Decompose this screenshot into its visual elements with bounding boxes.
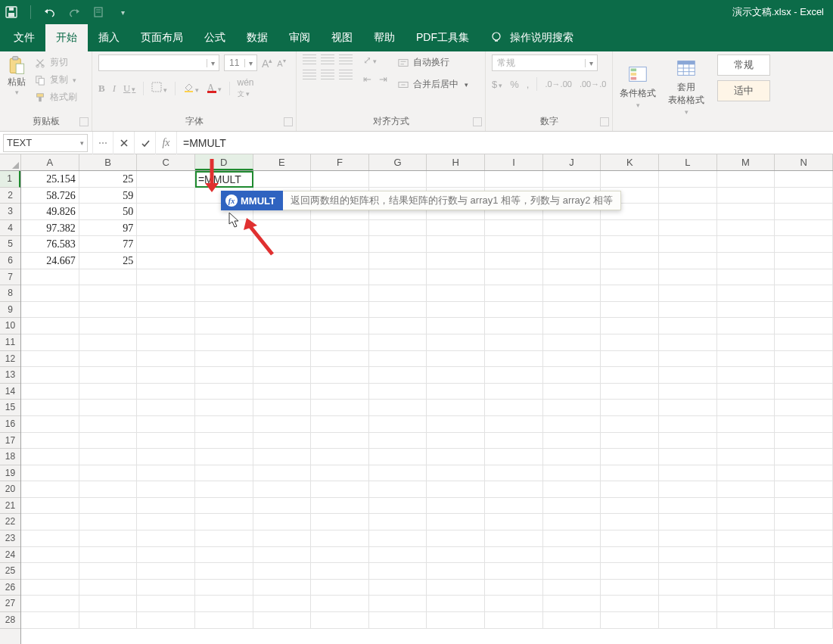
cell[interactable] <box>311 612 369 629</box>
row-header[interactable]: 23 <box>0 530 20 547</box>
cell[interactable] <box>659 433 717 450</box>
name-box[interactable]: TEXT▾ <box>3 134 88 152</box>
cell[interactable] <box>427 220 485 237</box>
cell[interactable] <box>311 416 369 433</box>
quickprint-icon[interactable] <box>92 5 105 19</box>
cell[interactable]: 24.667 <box>21 253 79 269</box>
cell[interactable] <box>253 384 312 400</box>
cell[interactable] <box>601 416 659 433</box>
cancel-button[interactable] <box>113 132 135 154</box>
column-header[interactable]: G <box>369 154 427 170</box>
cell[interactable] <box>137 580 195 596</box>
cell[interactable] <box>137 318 195 334</box>
cell[interactable] <box>195 367 253 384</box>
cell[interactable] <box>543 269 601 286</box>
cell[interactable] <box>21 563 79 580</box>
cell[interactable] <box>253 612 312 629</box>
cell[interactable] <box>717 416 775 433</box>
cell[interactable] <box>601 449 659 465</box>
cell[interactable] <box>79 433 138 450</box>
cell[interactable] <box>543 514 601 530</box>
row-header[interactable]: 26 <box>0 580 20 596</box>
column-headers[interactable]: ABCDEFGHIJKLMN <box>21 154 833 171</box>
cell[interactable] <box>311 449 369 465</box>
cell[interactable] <box>195 465 253 482</box>
cell[interactable] <box>137 563 195 580</box>
cell[interactable] <box>427 334 485 351</box>
cell[interactable] <box>21 351 79 368</box>
tab-pdf-tools[interactable]: PDF工具集 <box>406 24 480 51</box>
cell[interactable] <box>253 580 312 596</box>
column-header[interactable]: H <box>427 154 485 170</box>
cell[interactable] <box>601 384 659 400</box>
cell[interactable] <box>717 384 775 400</box>
cell[interactable] <box>601 318 659 334</box>
cell[interactable] <box>601 351 659 368</box>
cell[interactable] <box>717 236 775 253</box>
row-header[interactable]: 11 <box>0 334 20 351</box>
row-header[interactable]: 7 <box>0 269 20 286</box>
cell[interactable] <box>369 547 427 564</box>
align-bottom-center[interactable] <box>321 70 334 80</box>
grow-font-icon[interactable]: A▴ <box>262 57 272 70</box>
cell[interactable] <box>21 302 79 319</box>
cell[interactable] <box>717 612 775 629</box>
cell[interactable] <box>369 285 427 302</box>
cell[interactable] <box>21 498 79 515</box>
cell[interactable] <box>717 580 775 596</box>
cell[interactable] <box>253 302 312 319</box>
cell[interactable] <box>137 236 195 253</box>
cell[interactable] <box>485 367 543 384</box>
cells-area[interactable]: 25.15425=MMULT58.7265949.8265097.3829776… <box>21 171 833 644</box>
cell[interactable] <box>485 449 543 465</box>
cell[interactable] <box>79 481 138 498</box>
cell[interactable] <box>717 498 775 515</box>
cell[interactable] <box>427 351 485 368</box>
cell[interactable] <box>775 253 833 269</box>
cell[interactable] <box>137 351 195 368</box>
column-header[interactable]: E <box>253 154 312 170</box>
cell[interactable] <box>253 498 312 515</box>
cell[interactable] <box>485 465 543 482</box>
cell[interactable] <box>137 269 195 286</box>
shrink-font-icon[interactable]: A▾ <box>277 58 285 68</box>
cell[interactable] <box>659 400 717 416</box>
cell[interactable] <box>659 220 717 237</box>
cell[interactable] <box>195 269 253 286</box>
column-header[interactable]: L <box>659 154 717 170</box>
cell[interactable] <box>311 547 369 564</box>
cell[interactable] <box>601 220 659 237</box>
cell[interactable] <box>21 285 79 302</box>
cell[interactable] <box>137 481 195 498</box>
cell[interactable] <box>427 530 485 547</box>
cell[interactable] <box>137 596 195 612</box>
cell[interactable] <box>21 596 79 612</box>
align-top-left[interactable] <box>303 54 316 65</box>
cell[interactable] <box>369 596 427 612</box>
cell[interactable] <box>79 580 138 596</box>
cell[interactable] <box>543 334 601 351</box>
cell[interactable] <box>195 334 253 351</box>
cell[interactable] <box>717 465 775 482</box>
cell[interactable] <box>427 547 485 564</box>
cell[interactable] <box>253 367 312 384</box>
fill-color-button[interactable] <box>183 82 199 95</box>
cell[interactable] <box>717 171 775 188</box>
cell[interactable] <box>485 384 543 400</box>
cell[interactable] <box>485 236 543 253</box>
cell[interactable] <box>717 596 775 612</box>
cell-style-good[interactable]: 适中 <box>717 80 770 101</box>
cell[interactable] <box>369 530 427 547</box>
cell[interactable] <box>427 171 485 188</box>
cell[interactable] <box>717 547 775 564</box>
cell[interactable] <box>543 253 601 269</box>
cell[interactable] <box>543 612 601 629</box>
cell[interactable] <box>601 498 659 515</box>
cell[interactable] <box>427 318 485 334</box>
cell[interactable] <box>21 416 79 433</box>
row-header[interactable]: 4 <box>0 220 20 237</box>
cell[interactable] <box>253 285 312 302</box>
tab-formulas[interactable]: 公式 <box>194 24 236 51</box>
cell[interactable] <box>369 580 427 596</box>
cell[interactable] <box>137 367 195 384</box>
